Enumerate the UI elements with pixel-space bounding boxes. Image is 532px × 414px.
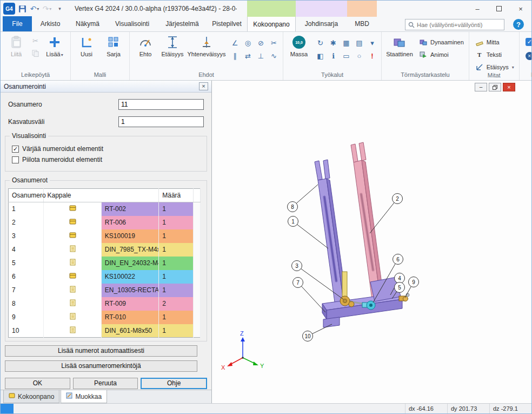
symmetry-constraint-icon[interactable]: ⇄ xyxy=(243,51,253,61)
smooth-constraint-icon[interactable]: ∿ xyxy=(269,51,279,61)
measure-button[interactable]: Mitta xyxy=(473,37,516,47)
colorize-checkbox[interactable]: Värjää numeroidut elementit xyxy=(12,145,200,153)
balloon-6[interactable]: 6 xyxy=(393,254,403,265)
part-row-6[interactable]: 6KS1000221 xyxy=(9,270,201,284)
distance-constraint-button[interactable]: Etäisyys xyxy=(159,34,185,68)
warning-icon[interactable]: ! xyxy=(367,51,377,61)
table-scrollbar-track[interactable] xyxy=(193,202,200,216)
part-row-10[interactable]: 10DIN_601-M8x501 xyxy=(9,324,201,338)
distance-dropdown-icon[interactable]: ▾ xyxy=(512,65,514,70)
search-box[interactable] xyxy=(405,19,504,30)
balloon-5[interactable]: 5 xyxy=(395,282,405,293)
balloon-2[interactable]: 2 xyxy=(393,194,403,204)
static-collision-button[interactable]: Staattinen xyxy=(384,34,415,68)
table-scrollbar-track[interactable] xyxy=(193,229,200,243)
info-icon[interactable]: ℹ xyxy=(328,51,338,61)
menu-tab-näkymä[interactable]: Näkymä xyxy=(69,16,107,31)
hide-checkbox[interactable]: Piilota numeroidut elementit xyxy=(12,156,200,163)
copy-button[interactable] xyxy=(30,48,41,58)
menu-tab-arkisto[interactable]: Arkisto xyxy=(32,16,69,31)
viewport-restore-button[interactable] xyxy=(489,83,501,91)
parallel-constraint-icon[interactable]: ∥ xyxy=(230,51,240,61)
part-row-8[interactable]: 8RT-0092 xyxy=(9,297,201,311)
paste-button[interactable]: Liitä xyxy=(3,34,29,68)
balloon-1[interactable]: 1 xyxy=(288,216,298,227)
table-scrollbar-track[interactable] xyxy=(193,257,200,270)
balloon-9[interactable]: 9 xyxy=(409,277,419,287)
part-number-input[interactable] xyxy=(118,99,204,110)
viewport-minimize-button[interactable]: – xyxy=(475,83,487,91)
table-scrollbar-track[interactable] xyxy=(193,324,200,338)
angle-constraint-icon[interactable]: ∠ xyxy=(230,38,240,48)
bottom-tab-muokkaa[interactable]: Muokkaa xyxy=(61,390,107,403)
menu-tab-mbd[interactable]: MBD xyxy=(347,16,377,31)
balloon-7[interactable]: 7 xyxy=(293,278,303,288)
ok-button[interactable]: OK xyxy=(5,378,70,389)
table-scrollbar-track[interactable] xyxy=(193,216,200,229)
balloon-3[interactable]: 3 xyxy=(292,261,302,271)
dialog-close-button[interactable]: × xyxy=(199,82,208,90)
menu-tab-johdinsarja[interactable]: Johdinsarja xyxy=(296,16,347,31)
distance-dimension-button[interactable]: Etäisyys ▾ xyxy=(473,62,516,72)
table-scrollbar-track[interactable] xyxy=(193,270,200,284)
model-viewport[interactable]: – × xyxy=(212,81,531,403)
frame-icon[interactable]: ▭ xyxy=(341,51,351,61)
add-dropdown-icon[interactable]: ▾ xyxy=(61,52,63,57)
constraint-button[interactable]: Ehto xyxy=(132,34,158,68)
table-scrollbar-track[interactable] xyxy=(193,243,200,257)
viewport-close-button[interactable]: × xyxy=(503,83,515,91)
search-input[interactable] xyxy=(417,22,501,28)
app-logo-icon[interactable]: G4 xyxy=(3,3,15,15)
menu-tab-visualisointi[interactable]: Visualisointi xyxy=(107,16,158,31)
part-row-7[interactable]: 7EN_10305-RECTANGULAR_30x...1 xyxy=(9,284,201,297)
perpendicular-constraint-icon[interactable]: ⊥ xyxy=(256,51,266,61)
exit-button[interactable]: × Poistu xyxy=(523,51,532,61)
menu-tab-file[interactable]: File xyxy=(3,16,32,31)
increment-input[interactable] xyxy=(118,116,204,127)
balloon-8[interactable]: 8 xyxy=(288,202,298,212)
help-dialog-button[interactable]: Ohje xyxy=(141,378,207,389)
bottom-tab-kokoonpano[interactable]: Kokoonpano xyxy=(3,390,59,403)
assembly-model[interactable]: Z X Y 12345678910 xyxy=(212,81,532,404)
menu-tab-järjestelmä[interactable]: Järjestelmä xyxy=(158,16,207,31)
zoom-icon[interactable]: ○ xyxy=(354,51,364,61)
table-scrollbar-track[interactable] xyxy=(193,311,200,324)
save-button[interactable] xyxy=(17,3,28,15)
part-row-2[interactable]: 2RT-0061 xyxy=(9,216,201,229)
trim-constraint-icon[interactable]: ✂ xyxy=(269,38,279,48)
cut-button[interactable]: ✂ xyxy=(30,36,41,46)
balloon-10[interactable]: 10 xyxy=(303,331,313,341)
minimize-window-button[interactable]: – xyxy=(467,1,488,17)
undo-dropdown-icon[interactable]: ▾ xyxy=(37,6,39,11)
column-header-qty[interactable]: Määrä xyxy=(159,189,193,202)
maximize-window-button[interactable] xyxy=(488,1,510,17)
close-window-button[interactable]: × xyxy=(510,1,531,17)
table-scrollbar-track[interactable] xyxy=(193,284,200,297)
new-part-button[interactable]: Uusi xyxy=(74,34,99,68)
part-row-1[interactable]: 1RT-0021 xyxy=(9,202,201,216)
fill-icon[interactable]: ◧ xyxy=(315,51,325,61)
window-cascade-icon[interactable]: ▤ xyxy=(354,38,364,48)
text-button[interactable]: T Teksti xyxy=(473,50,516,60)
column-header-number[interactable]: Osanumero xyxy=(9,189,44,202)
series-button[interactable]: Sarja xyxy=(101,34,127,68)
cancel-button[interactable]: Peruuta xyxy=(73,378,138,389)
redo-button[interactable]: ↷▾ xyxy=(42,3,52,15)
animate-button[interactable]: Animoi xyxy=(417,50,466,60)
part-row-3[interactable]: 3KS1000191 xyxy=(9,229,201,243)
colorize-checkbox-box[interactable] xyxy=(12,146,19,153)
part-row-4[interactable]: 4DIN_7985_TX-M4x121 xyxy=(9,243,201,257)
concentric-constraint-icon[interactable]: ◎ xyxy=(243,38,253,48)
column-header-part[interactable]: Kappale xyxy=(44,189,159,202)
menu-tab-pistepilvet[interactable]: Pistepilvet xyxy=(207,16,247,31)
redo-dropdown-icon[interactable]: ▾ xyxy=(49,6,51,11)
part-row-9[interactable]: 9RT-0101 xyxy=(9,311,201,324)
window-tile-icon[interactable]: ▦ xyxy=(341,38,351,48)
help-button[interactable]: ? xyxy=(513,19,524,30)
settings-icon[interactable]: ✱ xyxy=(328,38,338,48)
ok-ribbon-button[interactable]: ✓ OK xyxy=(523,37,532,47)
part-row-5[interactable]: 5DIN_EN_24032-M41 xyxy=(9,257,201,270)
undo-button[interactable]: ↶▾ xyxy=(29,3,40,15)
table-scrollbar-track[interactable] xyxy=(193,297,200,311)
table-scrollbar[interactable] xyxy=(193,189,200,202)
